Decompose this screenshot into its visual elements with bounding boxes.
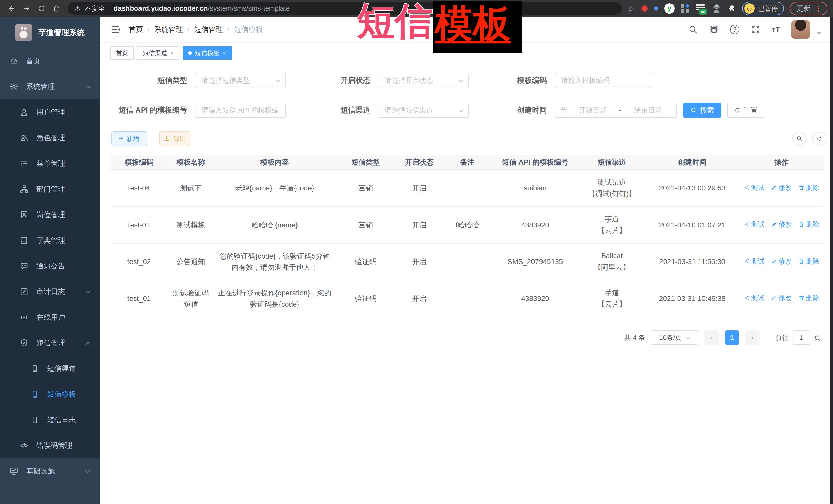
app-logo-row[interactable]: 芋道管理系统 bbox=[0, 17, 100, 48]
fullscreen-icon[interactable] bbox=[751, 25, 760, 34]
reset-button-label: 重置 bbox=[744, 105, 758, 115]
add-button[interactable]: +新增 bbox=[111, 131, 147, 146]
star-bookmark-icon[interactable]: ☆ bbox=[627, 3, 635, 14]
cell-created: 2021-04-10 01:07:21 bbox=[646, 207, 739, 243]
cell-created: 2021-04-13 00:29:53 bbox=[646, 170, 739, 207]
breadcrumb-home[interactable]: 首页 bbox=[129, 25, 143, 34]
chevron-down-icon bbox=[459, 78, 463, 82]
reload-icon[interactable] bbox=[35, 2, 48, 15]
test-link[interactable]: 测试 bbox=[744, 183, 765, 193]
sidebar-item-system[interactable]: 系统管理 bbox=[0, 74, 100, 99]
sidebar-item-label: 系统管理 bbox=[26, 82, 55, 92]
goto-page-input[interactable]: 1 bbox=[792, 331, 810, 345]
breadcrumb-system[interactable]: 系统管理 bbox=[154, 25, 183, 34]
on-extension-icon[interactable]: on bbox=[696, 3, 706, 14]
sidebar-item-sms[interactable]: 短信管理 bbox=[0, 330, 100, 356]
update-pill[interactable]: 更新 ⋮ bbox=[790, 2, 827, 15]
url-text: dashboard.yudao.iocoder.cn/system/sms/sm… bbox=[114, 5, 290, 13]
tab-sms-channel[interactable]: 短信渠道× bbox=[137, 46, 180, 60]
fold-menu-icon[interactable] bbox=[110, 24, 120, 34]
create-time-range-picker[interactable]: 开始日期 - 结束日期 bbox=[554, 102, 677, 118]
dashboard-icon bbox=[9, 56, 19, 66]
chevron-down-icon bbox=[459, 107, 463, 112]
caret-down-icon[interactable] bbox=[816, 32, 821, 35]
api-template-id-input[interactable]: 请输入短信 API 的模板编 bbox=[195, 102, 286, 118]
incognito-extension-icon[interactable] bbox=[712, 4, 721, 13]
select-placeholder: 请选择开启状态 bbox=[385, 76, 433, 85]
cell-type: 营销 bbox=[335, 170, 396, 207]
close-icon[interactable]: × bbox=[170, 49, 174, 57]
infra-icon bbox=[9, 466, 19, 476]
sidebar-item-menus[interactable]: 菜单管理 bbox=[0, 151, 100, 176]
badge-icon bbox=[19, 210, 29, 219]
grid-extension-icon[interactable] bbox=[681, 4, 689, 13]
test-link[interactable]: 测试 bbox=[744, 293, 765, 303]
breadcrumb-sms[interactable]: 短信管理 bbox=[194, 25, 223, 34]
sidebar-item-departments[interactable]: 部门管理 bbox=[0, 176, 100, 202]
announcement-icon bbox=[19, 262, 29, 271]
search-icon[interactable] bbox=[688, 25, 698, 34]
sidebar-item-sms-channel[interactable]: 短信渠道 bbox=[0, 356, 100, 381]
audit-log-icon bbox=[19, 287, 29, 296]
current-page-button[interactable]: 1 bbox=[725, 331, 739, 345]
sidebar-item-audit-log[interactable]: 审计日志 bbox=[0, 279, 100, 305]
edit-link[interactable]: 修改 bbox=[771, 293, 792, 303]
test-link[interactable]: 测试 bbox=[744, 219, 765, 230]
delete-link[interactable]: 删除 bbox=[799, 256, 819, 266]
sidebar-item-label: 角色管理 bbox=[37, 133, 65, 143]
edit-link[interactable]: 修改 bbox=[771, 256, 792, 266]
next-page-button[interactable]: › bbox=[745, 331, 760, 345]
sidebar-item-sms-template[interactable]: 短信模板 bbox=[0, 381, 100, 407]
url-bar[interactable]: ⚠ 不安全 dashboard.yudao.iocoder.cn/system/… bbox=[68, 2, 622, 15]
chevron-down-icon bbox=[686, 335, 690, 339]
page-size-select[interactable]: 10条/页 bbox=[651, 331, 698, 345]
delete-link[interactable]: 删除 bbox=[799, 183, 819, 193]
edit-link[interactable]: 修改 bbox=[771, 219, 792, 230]
github-icon[interactable] bbox=[709, 25, 719, 34]
sms-type-select[interactable]: 请选择短信类型 bbox=[195, 73, 286, 88]
template-code-input[interactable]: 请输入模板编码 bbox=[554, 73, 651, 88]
status-select[interactable]: 请选择开启状态 bbox=[378, 73, 469, 88]
puzzle-extension-icon[interactable] bbox=[728, 4, 736, 13]
prev-page-button[interactable]: ‹ bbox=[704, 331, 719, 345]
edit-link[interactable]: 修改 bbox=[771, 183, 792, 193]
sidebar-item-error-codes[interactable]: </> 错误码管理 bbox=[0, 433, 100, 458]
table-row: test_01 测试验证码短信 正在进行登录操作{operation}，您的验证… bbox=[111, 280, 824, 317]
table-header-row: 模板编码 模板名称 模板内容 短信类型 开启状态 备注 短信 API 的模板编号… bbox=[111, 155, 824, 170]
export-button[interactable]: 导出 bbox=[160, 131, 190, 146]
test-link[interactable]: 测试 bbox=[744, 256, 765, 266]
help-icon[interactable]: ? bbox=[730, 25, 739, 34]
record-dot-icon[interactable] bbox=[641, 5, 648, 12]
back-arrow-icon[interactable] bbox=[6, 2, 18, 15]
sidebar-item-posts[interactable]: 岗位管理 bbox=[0, 202, 100, 227]
y-extension-icon[interactable]: y bbox=[664, 3, 674, 14]
forward-arrow-icon[interactable] bbox=[21, 2, 33, 15]
tab-home[interactable]: 首页 bbox=[110, 46, 134, 60]
profile-paused-pill[interactable]: ☺ 已暂停 bbox=[742, 2, 784, 15]
sidebar-item-users[interactable]: 用户管理 bbox=[0, 99, 100, 125]
sidebar-item-home[interactable]: 首页 bbox=[0, 48, 100, 74]
delete-link[interactable]: 删除 bbox=[799, 293, 819, 303]
sidebar-item-infrastructure[interactable]: 基础设施 bbox=[0, 458, 100, 484]
kebab-menu-icon[interactable]: ⋮ bbox=[814, 4, 822, 13]
search-button[interactable]: 搜索 bbox=[683, 102, 721, 118]
sidebar-item-sms-log[interactable]: 短信日志 bbox=[0, 407, 100, 433]
close-icon[interactable]: × bbox=[222, 49, 226, 57]
home-icon[interactable] bbox=[50, 2, 63, 15]
sidebar: 芋道管理系统 首页 系统管理 用户管理 角色管理 菜单管理 bbox=[0, 17, 100, 504]
template-code-label: 模板编码 bbox=[512, 75, 547, 86]
avatar[interactable] bbox=[791, 20, 810, 39]
edit-link-label: 修改 bbox=[778, 183, 792, 193]
refresh-icon[interactable] bbox=[812, 132, 826, 146]
col-header-content: 模板内容 bbox=[214, 155, 335, 170]
channel-select[interactable]: 请选择短信渠道 bbox=[378, 102, 469, 118]
tab-sms-template[interactable]: 短信模板× bbox=[183, 46, 232, 60]
font-size-icon[interactable]: тT bbox=[772, 25, 780, 34]
show-search-icon[interactable] bbox=[792, 132, 806, 146]
sidebar-item-dictionary[interactable]: 字典管理 bbox=[0, 227, 100, 253]
sidebar-item-announcements[interactable]: 通知公告 bbox=[0, 253, 100, 279]
sidebar-item-roles[interactable]: 角色管理 bbox=[0, 125, 100, 151]
delete-link[interactable]: 删除 bbox=[799, 219, 819, 230]
reset-button[interactable]: 重置 bbox=[727, 102, 764, 118]
sidebar-item-online-users[interactable]: 在线用户 bbox=[0, 305, 100, 330]
